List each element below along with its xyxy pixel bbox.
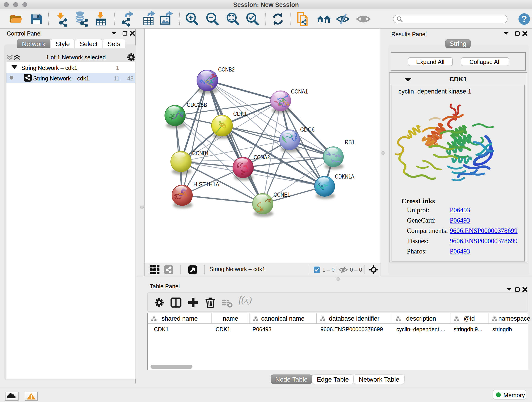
svg-text:HIST1H1A: HIST1H1A — [193, 181, 220, 188]
svg-text:CCNB1: CCNB1 — [192, 150, 209, 157]
svg-text:CCNE1: CCNE1 — [273, 191, 290, 198]
svg-text:CCNA2: CCNA2 — [254, 154, 270, 161]
svg-text:CDKN1A: CDKN1A — [335, 173, 355, 180]
svg-text:RB1: RB1 — [345, 139, 355, 146]
svg-text:CDC6: CDC6 — [300, 126, 315, 133]
svg-text:CDK1: CDK1 — [233, 110, 247, 117]
svg-text:CCNB2: CCNB2 — [218, 66, 234, 73]
svg-text:?: ? — [521, 14, 527, 24]
svg-text:CDC25B: CDC25B — [187, 101, 207, 108]
svg-text:CCNA1: CCNA1 — [291, 88, 308, 95]
